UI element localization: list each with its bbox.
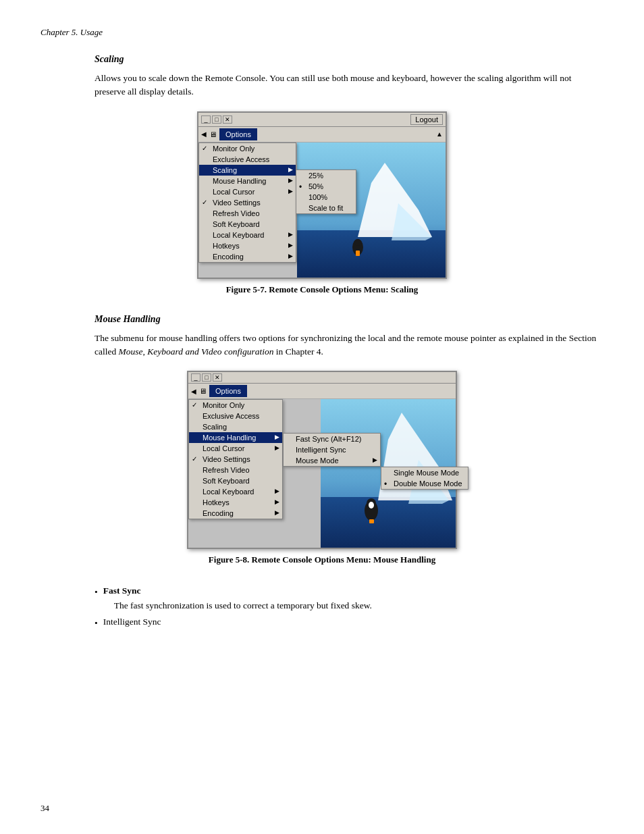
titlebar-buttons1: _ □ ✕ [201, 115, 232, 124]
scroll-up-icon[interactable]: ▲ [436, 130, 443, 138]
svg-point-5 [354, 239, 361, 246]
menu2-exclusive-access[interactable]: Exclusive Access [189, 411, 282, 421]
menu2-soft-keyboard[interactable]: Soft Keyboard [189, 475, 282, 486]
menu-item-local-keyboard[interactable]: Local Keyboard [199, 230, 296, 240]
menu-item-encoding[interactable]: Encoding [199, 251, 296, 262]
screenshot1: _ □ ✕ Logout ◀ 🖥 Options ▲ Monitor Only … [197, 111, 447, 279]
section2-body: The submenu for mouse handling offers tw… [95, 332, 603, 359]
scale-50[interactable]: 50% [296, 181, 356, 192]
logout-button[interactable]: Logout [410, 114, 443, 125]
fast-sync-sub: The fast synchronization is used to corr… [114, 599, 372, 613]
menu-item-refresh-video[interactable]: Refresh Video [199, 208, 296, 219]
menu2-hotkeys[interactable]: Hotkeys [189, 497, 282, 508]
menu2-encoding[interactable]: Encoding [189, 508, 282, 519]
chapter-header: Chapter 5. Usage [41, 27, 603, 38]
menu-item-mouse-handling[interactable]: Mouse Handling [199, 176, 296, 186]
menubar1: ◀ 🖥 Options ▲ [198, 127, 446, 142]
icon2: 🖥 [199, 387, 207, 395]
bullet-dot1: • [95, 587, 98, 598]
menu-item-scaling[interactable]: Scaling [199, 165, 296, 176]
titlebar-buttons2: _ □ ✕ [191, 373, 222, 382]
fast-sync[interactable]: Fast Sync (Alt+F12) [284, 434, 380, 444]
menu2-mouse-handling[interactable]: Mouse Handling [189, 432, 282, 443]
left-arrow-icon2[interactable]: ◀ [191, 388, 196, 395]
minimize-icon[interactable]: _ [201, 115, 211, 124]
scaling-sub-dropdown: 25% 50% 100% Scale to fit [296, 170, 356, 214]
menu2-scaling[interactable]: Scaling [189, 421, 282, 432]
section2-title: Mouse Handling [95, 314, 603, 325]
scale-25[interactable]: 25% [296, 170, 356, 181]
titlebar2: _ □ ✕ [188, 372, 456, 384]
bullet-text2: Intelligent Sync [103, 617, 161, 627]
menu2-local-keyboard[interactable]: Local Keyboard [189, 486, 282, 497]
bullet-text1: Fast Sync The fast synchronization is us… [103, 585, 372, 613]
mouse-mode-sub-dropdown: Single Mouse Mode Double Mouse Mode [381, 467, 468, 490]
page-number: 34 [41, 803, 49, 814]
bullet-dot2: • [95, 618, 98, 629]
ss1-content: Monitor Only Exclusive Access Scaling Mo… [198, 142, 446, 278]
menu-item-exclusive-access[interactable]: Exclusive Access [199, 154, 296, 165]
figure2-caption: Figure 5-8. Remote Console Options Menu:… [209, 554, 435, 565]
bullet-item-intelligent-sync: • Intelligent Sync [95, 617, 603, 629]
icon1: 🖥 [209, 130, 217, 138]
close-icon[interactable]: ✕ [223, 115, 232, 124]
section1-body: Allows you to scale down the Remote Cons… [95, 72, 603, 99]
svg-rect-8 [321, 497, 456, 548]
svg-rect-6 [356, 251, 360, 256]
bullet-item-fast-sync: • Fast Sync The fast synchronization is … [95, 585, 603, 613]
intelligent-sync[interactable]: Intelligent Sync [284, 444, 380, 455]
close-icon2[interactable]: ✕ [213, 373, 222, 382]
scale-to-fit[interactable]: Scale to fit [296, 203, 356, 213]
menu2-refresh-video[interactable]: Refresh Video [189, 465, 282, 475]
minimize-icon2[interactable]: _ [191, 373, 200, 382]
mouse-handling-sub-dropdown: Fast Sync (Alt+F12) Intelligent Sync Mou… [283, 433, 381, 467]
menu-item-soft-keyboard[interactable]: Soft Keyboard [199, 219, 296, 230]
menu-item-video-settings[interactable]: Video Settings [199, 197, 296, 208]
fast-sync-label: Fast Sync [103, 585, 141, 596]
titlebar1: _ □ ✕ Logout [198, 113, 446, 127]
figure1-container: _ □ ✕ Logout ◀ 🖥 Options ▲ Monitor Only … [41, 111, 603, 309]
menubar2: ◀ 🖥 Options [188, 384, 456, 399]
dropdown2: Monitor Only Exclusive Access Scaling Mo… [188, 399, 283, 519]
mouse-mode[interactable]: Mouse Mode ▶ [284, 455, 380, 466]
menu-item-hotkeys[interactable]: Hotkeys [199, 240, 296, 251]
bullet-section: • Fast Sync The fast synchronization is … [95, 585, 603, 629]
svg-rect-14 [369, 519, 374, 523]
options-menu-item[interactable]: Options [219, 128, 257, 140]
intelligent-sync-label: Intelligent Sync [103, 617, 161, 627]
menu-item-monitor-only[interactable]: Monitor Only [199, 143, 296, 154]
figure2-container: _ □ ✕ ◀ 🖥 Options Monitor Only Exclusive… [41, 371, 603, 579]
svg-point-13 [369, 502, 374, 509]
double-mouse-mode[interactable]: Double Mouse Mode [381, 478, 468, 489]
scale-100[interactable]: 100% [296, 192, 356, 203]
maximize-icon[interactable]: □ [212, 115, 221, 124]
left-arrow-icon[interactable]: ◀ [201, 130, 207, 138]
menu2-video-settings[interactable]: Video Settings [189, 454, 282, 465]
ss2-content: Monitor Only Exclusive Access Scaling Mo… [188, 399, 456, 548]
menu-item-local-cursor[interactable]: Local Cursor [199, 186, 296, 197]
screenshot2: _ □ ✕ ◀ 🖥 Options Monitor Only Exclusive… [187, 371, 457, 549]
dropdown1: Monitor Only Exclusive Access Scaling Mo… [198, 142, 296, 263]
figure1-caption: Figure 5-7. Remote Console Options Menu:… [226, 284, 419, 295]
single-mouse-mode[interactable]: Single Mouse Mode [381, 467, 468, 478]
section1-title: Scaling [95, 54, 603, 65]
menu2-monitor-only[interactable]: Monitor Only [189, 400, 282, 411]
maximize-icon2[interactable]: □ [202, 373, 211, 382]
options-menu-item2[interactable]: Options [209, 385, 247, 397]
menu2-local-cursor[interactable]: Local Cursor [189, 443, 282, 454]
